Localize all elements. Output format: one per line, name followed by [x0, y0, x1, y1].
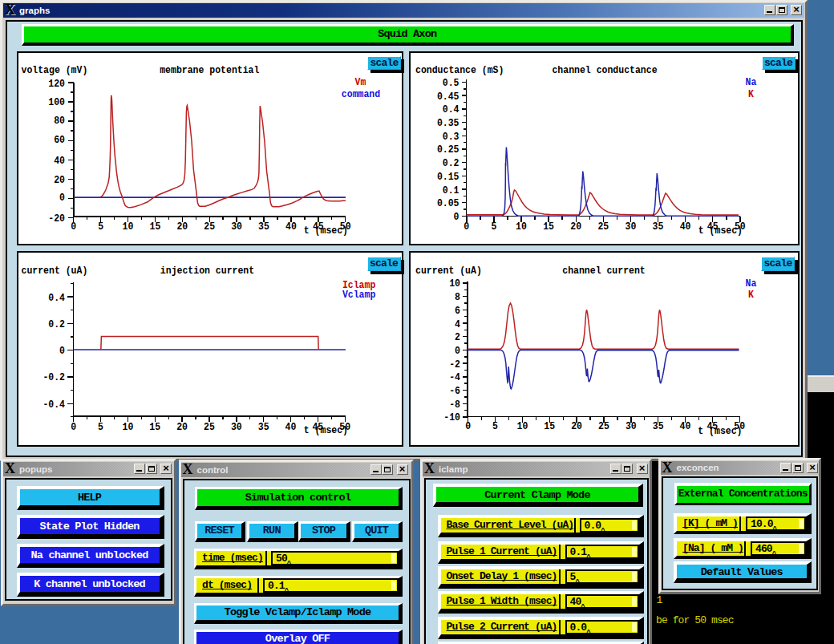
- svg-text:-8: -8: [449, 399, 460, 411]
- svg-text:0.35: 0.35: [437, 117, 460, 129]
- svg-text:35: 35: [258, 421, 269, 433]
- svg-text:4: 4: [455, 318, 460, 330]
- svg-text:conductance (mS): conductance (mS): [415, 64, 504, 76]
- svg-text:0.1: 0.1: [443, 184, 460, 196]
- svg-text:15: 15: [544, 420, 555, 432]
- svg-text:20: 20: [54, 174, 65, 186]
- svg-text:current (uA): current (uA): [415, 265, 482, 277]
- svg-text:5: 5: [98, 421, 103, 433]
- svg-text:40: 40: [680, 221, 691, 233]
- svg-text:20: 20: [176, 421, 188, 433]
- svg-text:-6: -6: [449, 385, 460, 397]
- svg-text:20: 20: [176, 221, 188, 233]
- svg-text:5: 5: [492, 420, 498, 432]
- svg-text:0.4: 0.4: [48, 292, 65, 304]
- svg-text:10: 10: [123, 421, 134, 433]
- svg-text:-0.4: -0.4: [43, 399, 65, 411]
- svg-text:0: 0: [455, 345, 460, 357]
- svg-text:0.05: 0.05: [437, 197, 460, 209]
- svg-text:60: 60: [54, 134, 65, 146]
- svg-text:0: 0: [464, 221, 469, 233]
- svg-text:Na: Na: [746, 76, 757, 88]
- svg-text:30: 30: [231, 421, 242, 433]
- svg-text:10: 10: [516, 221, 527, 233]
- svg-text:20: 20: [570, 221, 581, 233]
- svg-text:0: 0: [71, 221, 76, 233]
- svg-text:10: 10: [517, 420, 528, 432]
- svg-text:8: 8: [455, 291, 460, 303]
- svg-text:t (msec): t (msec): [698, 425, 742, 437]
- svg-text:0.2: 0.2: [443, 157, 460, 169]
- svg-text:2: 2: [455, 331, 460, 343]
- svg-text:Na: Na: [746, 277, 757, 290]
- svg-text:30: 30: [231, 221, 242, 233]
- svg-text:channel current: channel current: [562, 265, 646, 277]
- svg-text:0: 0: [59, 345, 65, 357]
- svg-text:0.4: 0.4: [443, 103, 460, 115]
- svg-text:-10: -10: [443, 411, 460, 423]
- svg-text:0: 0: [71, 421, 76, 433]
- svg-text:K: K: [748, 289, 754, 301]
- svg-text:35: 35: [653, 420, 664, 432]
- svg-text:t (msec): t (msec): [304, 424, 348, 436]
- svg-text:35: 35: [653, 221, 664, 233]
- svg-text:10: 10: [123, 221, 134, 233]
- svg-text:35: 35: [258, 221, 269, 233]
- svg-text:40: 40: [285, 221, 297, 233]
- svg-text:-2: -2: [449, 358, 460, 371]
- svg-text:membrane potential: membrane potential: [160, 64, 259, 76]
- svg-text:channel conductance: channel conductance: [552, 64, 657, 76]
- svg-text:25: 25: [597, 221, 609, 233]
- svg-text:5: 5: [98, 221, 103, 233]
- svg-text:15: 15: [150, 221, 161, 233]
- svg-text:K: K: [748, 88, 754, 100]
- svg-text:t (msec): t (msec): [698, 225, 743, 237]
- svg-text:0: 0: [454, 211, 460, 223]
- svg-text:0.25: 0.25: [437, 144, 460, 156]
- svg-text:120: 120: [48, 78, 65, 90]
- svg-text:25: 25: [598, 420, 609, 432]
- svg-text:0: 0: [59, 192, 65, 204]
- svg-text:25: 25: [204, 421, 215, 433]
- svg-text:80: 80: [54, 115, 65, 127]
- svg-text:Vclamp: Vclamp: [342, 289, 376, 301]
- svg-text:6: 6: [455, 305, 460, 317]
- svg-text:20: 20: [571, 420, 582, 432]
- svg-text:0.3: 0.3: [443, 131, 460, 143]
- svg-text:40: 40: [285, 421, 297, 433]
- svg-text:0.15: 0.15: [437, 171, 460, 183]
- svg-text:0: 0: [465, 420, 471, 432]
- svg-text:0.5: 0.5: [443, 77, 460, 89]
- svg-text:-4: -4: [449, 371, 460, 383]
- svg-text:40: 40: [680, 420, 691, 432]
- svg-text:10: 10: [449, 277, 460, 290]
- svg-text:injection current: injection current: [160, 265, 254, 277]
- svg-text:100: 100: [48, 96, 65, 108]
- svg-text:15: 15: [543, 221, 554, 233]
- svg-text:current (uA): current (uA): [22, 265, 88, 277]
- svg-text:0.2: 0.2: [48, 318, 65, 330]
- svg-text:-20: -20: [48, 213, 65, 225]
- svg-text:15: 15: [149, 421, 160, 433]
- svg-text:25: 25: [204, 221, 215, 233]
- svg-text:Vm: Vm: [355, 76, 366, 88]
- svg-text:-0.2: -0.2: [43, 371, 65, 383]
- svg-text:voltage (mV): voltage (mV): [22, 64, 88, 76]
- svg-text:t (msec): t (msec): [304, 225, 348, 237]
- svg-text:0.45: 0.45: [437, 91, 460, 103]
- svg-text:30: 30: [626, 420, 637, 432]
- svg-text:command: command: [342, 88, 380, 100]
- svg-text:5: 5: [491, 221, 496, 233]
- svg-text:30: 30: [626, 221, 637, 233]
- svg-text:40: 40: [54, 155, 65, 167]
